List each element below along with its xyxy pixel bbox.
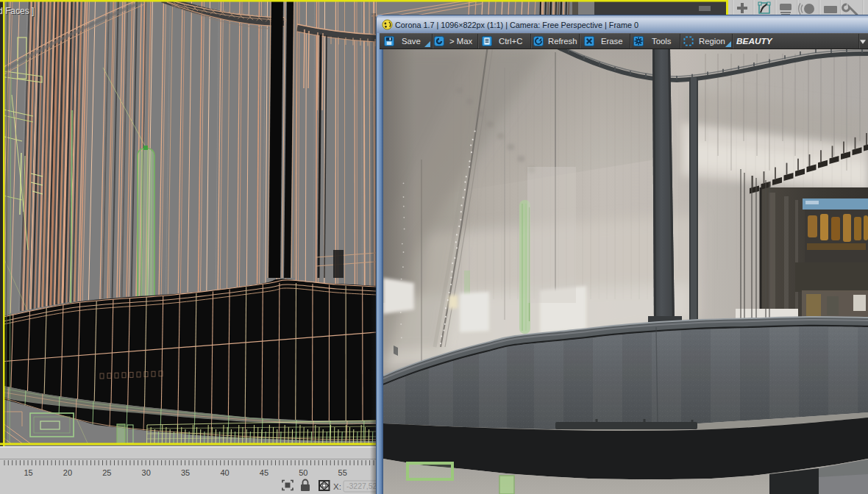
svg-text:X:: X: <box>333 482 341 491</box>
svg-text:45: 45 <box>260 468 268 477</box>
svg-text:25: 25 <box>102 468 111 477</box>
svg-text:20: 20 <box>63 468 72 477</box>
svg-text:35: 35 <box>181 468 190 477</box>
svg-text:55: 55 <box>338 468 347 477</box>
svg-text:50: 50 <box>299 468 307 477</box>
svg-text:40: 40 <box>220 468 229 477</box>
svg-text:30: 30 <box>142 468 151 477</box>
svg-text:15: 15 <box>24 468 32 477</box>
